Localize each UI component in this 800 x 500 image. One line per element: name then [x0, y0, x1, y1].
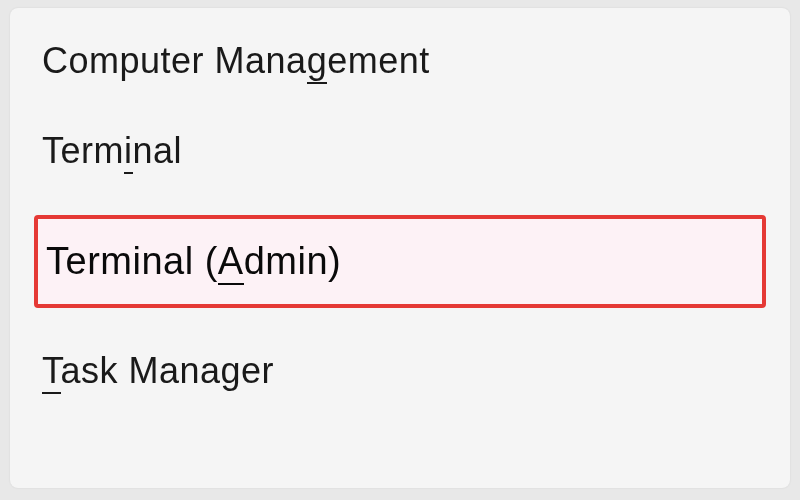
- menu-item-computer-management[interactable]: Computer Management: [10, 16, 790, 106]
- highlight-box: Terminal (Admin): [34, 215, 766, 308]
- winx-menu: Computer Management Terminal Terminal (A…: [10, 8, 790, 488]
- menu-item-label: Terminal: [42, 130, 182, 174]
- menu-item-terminal-admin[interactable]: Terminal (Admin): [34, 215, 766, 308]
- menu-item-label: Computer Management: [42, 40, 430, 84]
- menu-item-label: Task Manager: [42, 350, 274, 394]
- menu-item-task-manager[interactable]: Task Manager: [10, 326, 790, 416]
- menu-item-terminal[interactable]: Terminal: [10, 106, 790, 196]
- menu-item-label: Terminal (Admin): [46, 240, 341, 285]
- spacer: [10, 8, 790, 16]
